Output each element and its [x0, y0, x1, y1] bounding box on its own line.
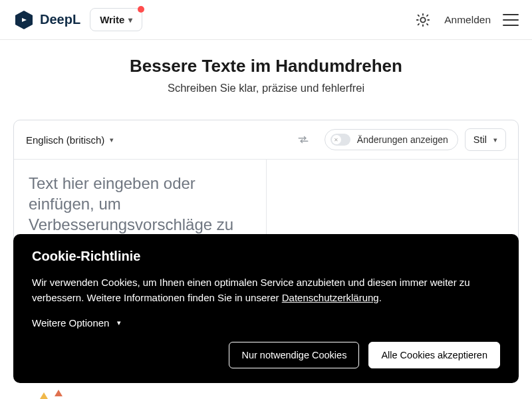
chevron-down-icon: ▾ [110, 136, 114, 144]
theme-bulb-button[interactable] [414, 11, 432, 29]
cookie-more-label: Weitere Optionen [32, 317, 109, 329]
hamburger-line-icon [503, 19, 519, 21]
privacy-policy-link[interactable]: Datenschutzerklärung [282, 292, 379, 303]
chevron-down-icon: ▾ [493, 136, 497, 144]
brand-name: DeepL [40, 12, 80, 27]
cookie-actions: Nur notwendige Cookies Alle Cookies akze… [32, 342, 500, 368]
page-title: Bessere Texte im Handumdrehen [13, 56, 519, 76]
deepl-logo-icon [13, 9, 35, 31]
cookie-accept-button[interactable]: Alle Cookies akzeptieren [368, 342, 500, 368]
header-actions: Anmelden [414, 11, 519, 29]
toggle-track-icon: ✕ [331, 134, 350, 146]
notification-dot-icon [138, 6, 144, 13]
cookie-text-part1: Wir verwenden Cookies, um Ihnen einen op… [32, 277, 470, 303]
svg-line-9 [418, 23, 419, 24]
decoration-icon [40, 392, 48, 399]
hero-section: Bessere Texte im Handumdrehen Schreiben … [0, 40, 532, 105]
cookie-necessary-button[interactable]: Nur notwendige Cookies [229, 342, 359, 368]
svg-line-10 [427, 23, 428, 24]
cookie-banner: Cookie-Richtlinie Wir verwenden Cookies,… [13, 234, 519, 384]
toggle-knob-icon: ✕ [332, 135, 341, 144]
chevron-down-icon: ▾ [117, 319, 121, 327]
svg-line-7 [418, 15, 419, 15]
hamburger-line-icon [503, 14, 519, 15]
page-subtitle: Schreiben Sie klar, präzise und fehlerfr… [13, 82, 519, 94]
menu-hamburger-button[interactable] [503, 14, 519, 26]
style-label: Stil [473, 134, 487, 145]
corner-decoration [40, 392, 63, 399]
toggle-label: Änderungen anzeigen [357, 134, 448, 145]
editor-toolbar: Englisch (britisch) ▾ ✕ Änderungen anzei… [14, 120, 518, 160]
cookie-more-options[interactable]: Weitere Optionen ▾ [32, 317, 500, 329]
decoration-icon [55, 390, 63, 396]
cookie-title: Cookie-Richtlinie [32, 249, 500, 264]
chevron-down-icon: ▾ [128, 15, 132, 25]
hamburger-line-icon [503, 25, 519, 26]
header-bar: DeepL Write ▾ Anmelden [0, 0, 532, 40]
brand-logo[interactable]: DeepL [13, 9, 80, 31]
svg-point-2 [421, 17, 426, 22]
write-label: Write [100, 14, 124, 25]
style-dropdown[interactable]: Stil ▾ [465, 128, 506, 151]
language-label: Englisch (britisch) [26, 134, 104, 146]
signin-link[interactable]: Anmelden [444, 14, 491, 26]
cookie-text-part2: . [379, 292, 382, 303]
show-changes-toggle[interactable]: ✕ Änderungen anzeigen [325, 129, 458, 150]
write-mode-dropdown[interactable]: Write ▾ [90, 8, 142, 31]
cookie-text: Wir verwenden Cookies, um Ihnen einen op… [32, 275, 500, 306]
svg-line-8 [427, 15, 428, 15]
swap-languages-button[interactable] [294, 130, 313, 149]
language-select[interactable]: Englisch (britisch) ▾ [26, 134, 114, 146]
